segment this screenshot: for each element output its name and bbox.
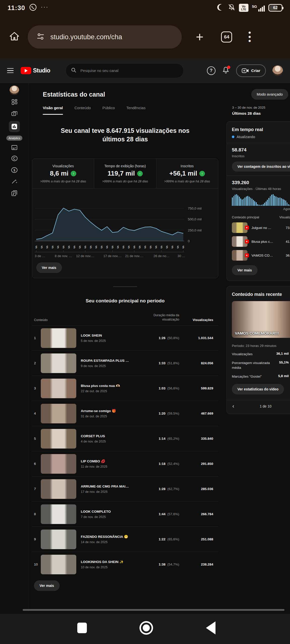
trend-up-icon: ↑	[137, 171, 143, 176]
notifications-bell-icon[interactable]	[222, 66, 230, 75]
realtime-list-item[interactable]: Julguei no … 73.1	[232, 222, 290, 233]
tab-tendencias[interactable]: Tendências	[126, 106, 146, 114]
realtime-bar	[239, 197, 240, 206]
table-row[interactable]: 9 FAZENDO RESSONÂNCIA 😬 14 de nov. de 20…	[32, 527, 218, 552]
realtime-top-list: Julguei no … 73.1 Blusa plus c… 41.6 VAM…	[232, 222, 290, 261]
svg-text:$: $	[46, 245, 48, 249]
date-range-picker[interactable]: 3 – 30 de nov. de 2025 Últimos 28 dias	[232, 106, 288, 116]
url-bar[interactable]: studio.youtube.com/cha	[28, 25, 182, 49]
video-title: LOOK COMPLETO	[81, 510, 129, 513]
realtime-bar	[256, 202, 257, 206]
table-row[interactable]: 7 ARRUME-SE CMG PRA MAIS UM A… 17 de nov…	[32, 476, 218, 501]
monetization-icon[interactable]: $	[11, 167, 18, 174]
phone-screen: 11:30 ··· Vo LTE 5G 62	[0, 0, 290, 644]
search-input[interactable]: Pesquise no seu canal	[66, 64, 183, 78]
views-line-chart[interactable]: 750,0 mil500,0 mil250,0 mil0$$$$$$$$$$$$…	[32, 189, 218, 259]
sidebar-avatar[interactable]	[10, 86, 19, 95]
menu-icon[interactable]	[7, 68, 14, 73]
video-date: 22 de out. de 2025	[81, 389, 129, 393]
table-row[interactable]: 5 CORSET PLUS 4 de nov. de 2025 1:14 (65…	[32, 426, 218, 451]
home-icon[interactable]	[9, 31, 20, 43]
table-see-more-button[interactable]: Ver mais	[34, 580, 60, 591]
col-content[interactable]: Conteúdo	[34, 318, 131, 322]
content-icon[interactable]	[11, 111, 17, 118]
create-button[interactable]: Criar	[236, 64, 266, 77]
customization-wand-icon[interactable]	[11, 179, 18, 186]
metric-views[interactable]: Visualizações 8,6 mi↑ >999% a mais do qu…	[32, 159, 94, 188]
table-row[interactable]: 8 LOOK COMPLETO 7 de nov. de 2025 1:44 (…	[32, 501, 218, 527]
realtime-bar	[237, 195, 238, 206]
overview-see-more-button[interactable]: Ver mais	[36, 262, 62, 273]
realtime-bar	[242, 199, 243, 206]
updating-dot	[232, 136, 234, 138]
horizontal-scrollbar[interactable]	[23, 609, 284, 611]
shorts-badge-icon	[245, 253, 249, 257]
live-sub-count-button[interactable]: Ver contagem de inscritos ao vivo	[232, 162, 290, 172]
recent-video-thumbnail[interactable]: VAMOS COMEMORAR!!!	[232, 301, 290, 338]
col-avg-duration[interactable]: Duração média davisualização	[131, 313, 179, 322]
svg-text:$: $	[149, 245, 152, 249]
realtime-bar	[257, 204, 258, 206]
table-row[interactable]: 6 LIP COMBO 💋 11 de nov. de 2025 1:18 (5…	[32, 451, 218, 476]
analytics-icon-active[interactable]	[9, 121, 20, 132]
new-tab-button[interactable]: +	[196, 30, 203, 44]
svg-text:0: 0	[188, 239, 190, 243]
realtime-see-more-button[interactable]: Ver mais	[232, 265, 258, 275]
table-row[interactable]: 4 Arrume-se comigo 🎁 31 de out. de 2025 …	[32, 401, 218, 426]
table-row[interactable]: 1 LOOK SHEIN 5 de nov. de 2025 1:26 (50,…	[32, 325, 218, 350]
avg-view-duration: 1:18 (52,4%)	[131, 462, 179, 466]
realtime-list-item[interactable]: VAMOS CO… 36.0	[232, 250, 290, 261]
trend-up-icon: ↑	[199, 171, 205, 176]
site-settings-icon[interactable]	[36, 32, 45, 42]
realtime-bar	[259, 205, 260, 206]
dashboard-icon[interactable]	[12, 99, 17, 106]
realtime-bar	[240, 198, 241, 206]
subtitles-icon[interactable]	[11, 145, 17, 151]
video-analytics-button[interactable]: Ver estatísticas do vídeo	[232, 384, 284, 394]
metric-subscribers[interactable]: Inscritos +56,1 mil↑ >999% a mais do que…	[156, 159, 218, 188]
table-row[interactable]: 2 ROUPA ESTAMPADA PLUS 💙 9 de nov. de 20…	[32, 350, 218, 376]
video-views: 238.284	[179, 562, 213, 566]
svg-text:750,0 mil: 750,0 mil	[188, 207, 202, 210]
notification-badge	[227, 66, 230, 69]
realtime-bar	[233, 196, 234, 206]
tab-publico[interactable]: Público	[102, 106, 115, 114]
section-divider	[113, 286, 137, 287]
realtime-bar-chart[interactable]	[232, 194, 290, 206]
back-button[interactable]	[206, 621, 215, 634]
copyright-icon[interactable]	[11, 155, 18, 163]
analytics-main: Estatísticas do canal Modo avançado Visã…	[29, 83, 290, 591]
realtime-bar	[236, 194, 237, 206]
youtube-studio-logo[interactable]: Studio	[21, 67, 50, 74]
tab-visao-geral[interactable]: Visão geral	[43, 106, 63, 115]
avg-view-duration: 1:26 (50,8%)	[131, 336, 179, 340]
tab-conteudo[interactable]: Conteúdo	[75, 106, 91, 114]
stat-views: Visualizações36,1 mil	[232, 352, 290, 356]
help-icon[interactable]: ?	[207, 66, 215, 75]
home-button[interactable]	[139, 621, 153, 635]
table-row[interactable]: 10 LOOKINHOS DA SHEIN ✨ 10 de nov. de 20…	[32, 552, 218, 577]
tab-count-button[interactable]: 64	[221, 31, 232, 43]
svg-text:$: $	[166, 245, 168, 249]
pager-prev-icon[interactable]: ‹	[232, 404, 234, 409]
realtime-bar	[275, 196, 276, 206]
recents-button[interactable]	[77, 623, 87, 633]
svg-text:$: $	[57, 245, 59, 249]
svg-text:$: $	[79, 245, 81, 249]
metric-watch-time[interactable]: Tempo de exibição (horas) 119,7 mil↑ >99…	[94, 159, 156, 188]
browser-menu-icon[interactable]: •••	[248, 31, 251, 43]
realtime-list-item[interactable]: Blusa plus c… 41.6	[232, 236, 290, 247]
svg-text:$: $	[182, 245, 184, 249]
col-views[interactable]: Visualizações	[179, 318, 213, 322]
table-row[interactable]: 3 Blusa plus costa nua 🫶🏻 22 de out. de …	[32, 376, 218, 401]
whatsapp-icon	[29, 4, 37, 12]
realtime-bar	[270, 196, 271, 206]
top-content-table: 1 LOOK SHEIN 5 de nov. de 2025 1:26 (50,…	[32, 325, 218, 577]
audio-library-icon[interactable]	[11, 190, 17, 197]
svg-text:$: $	[106, 245, 108, 249]
video-title: Blusa plus c…	[251, 240, 277, 244]
advanced-mode-button[interactable]: Modo avançado	[251, 89, 288, 100]
video-thumbnail	[41, 504, 76, 524]
channel-avatar[interactable]	[272, 65, 283, 76]
video-title: LOOK SHEIN	[81, 334, 129, 337]
